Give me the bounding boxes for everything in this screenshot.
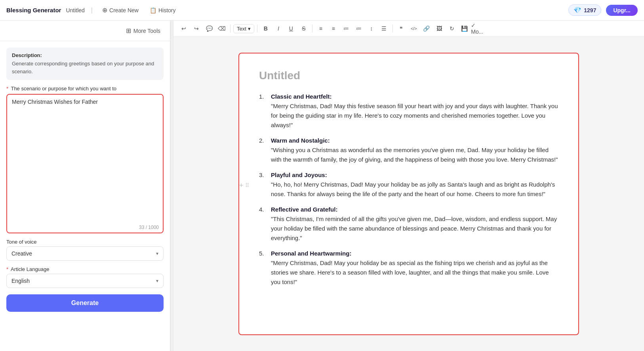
editor-canvas: Untitled 1.Classic and Heartfelt:"Merry … — [173, 37, 644, 351]
item-title: Personal and Heartwarming: — [271, 250, 558, 257]
app-title: Blessing Generator — [6, 7, 61, 13]
item-text: "Merry Christmas, Dad! May your holiday … — [271, 258, 558, 287]
list-item: 1.Classic and Heartfelt:"Merry Christmas… — [259, 93, 558, 130]
more-tools-button[interactable]: ⊞ More Tools — [123, 25, 164, 36]
sidebar-divider — [170, 21, 173, 351]
save-button[interactable]: 💾 — [459, 23, 470, 34]
document-container: Untitled 1.Classic and Heartfelt:"Merry … — [238, 53, 579, 335]
chevron-down-icon: ▾ — [156, 251, 158, 256]
editor-area: ↩ ↪ 💬 ⌫ Text ▾ B I U S ≡ ≡ ≔ ≔ ↕ ☰ ❝ </>… — [173, 21, 644, 351]
history-button[interactable]: 📋 History — [147, 6, 179, 15]
list-item: 5.Personal and Heartwarming:"Merry Chris… — [259, 250, 558, 287]
history-icon: 📋 — [150, 7, 156, 13]
redo-button[interactable]: ↪ — [191, 23, 202, 34]
ordered-list-button[interactable]: ≔ — [341, 23, 352, 34]
description-label: Description: — [12, 52, 158, 58]
gems-badge: 💎 1297 — [568, 4, 601, 16]
item-title: Reflective and Grateful: — [271, 206, 558, 213]
strikethrough-button[interactable]: S — [298, 23, 309, 34]
sidebar-tools-bar: ⊞ More Tools — [0, 21, 170, 41]
content-list: 1.Classic and Heartfelt:"Merry Christmas… — [259, 93, 558, 287]
required-star: * — [6, 86, 8, 92]
scenario-input[interactable]: Merry Christmas Wishes for Father — [7, 95, 163, 221]
text-format-select[interactable]: Text ▾ — [233, 24, 254, 33]
italic-button[interactable]: I — [273, 23, 284, 34]
grid-icon: ⊞ — [126, 27, 131, 34]
generate-btn-wrapper: Generate — [0, 294, 170, 318]
left-sidebar: ⊞ More Tools Description: Generate corre… — [0, 21, 170, 351]
upgrade-button[interactable]: Upgr... — [606, 5, 638, 16]
item-title: Playful and Joyous: — [271, 172, 558, 178]
item-number: 2. — [259, 137, 264, 144]
generate-button[interactable]: Generate — [6, 294, 164, 312]
main-layout: ⊞ More Tools Description: Generate corre… — [0, 21, 644, 351]
item-text: "Ho, ho, ho! Merry Christmas, Dad! May y… — [271, 180, 558, 199]
underline-button[interactable]: U — [286, 23, 297, 34]
tone-field: Tone of voice Creative ▾ — [6, 239, 164, 261]
item-number: 1. — [259, 93, 264, 100]
align-center-button[interactable]: ≡ — [328, 23, 339, 34]
code-button[interactable]: </> — [408, 23, 419, 34]
nav-divider: | — [91, 7, 93, 14]
editor-toolbar: ↩ ↪ 💬 ⌫ Text ▾ B I U S ≡ ≡ ≔ ≔ ↕ ☰ ❝ </>… — [173, 21, 644, 37]
toolbar-separator — [257, 25, 257, 32]
scenario-field: * The scenario or purpose for which you … — [6, 86, 164, 233]
add-block-icon[interactable]: + — [239, 181, 244, 189]
language-select[interactable]: English ▾ — [6, 274, 164, 288]
item-title: Classic and Heartfelt: — [271, 93, 558, 100]
gems-count: 1297 — [584, 7, 596, 13]
eraser-button[interactable]: ⌫ — [216, 23, 227, 34]
toolbar-separator — [392, 25, 393, 32]
comment-button[interactable]: 💬 — [204, 23, 215, 34]
scenario-label: * The scenario or purpose for which you … — [6, 86, 164, 92]
align-options-button[interactable]: ☰ — [379, 23, 390, 34]
document-title[interactable]: Untitled — [259, 69, 558, 82]
link-button[interactable]: 🔗 — [421, 23, 432, 34]
language-label: * Article Language — [6, 266, 164, 272]
required-star: * — [6, 266, 8, 272]
unordered-list-button[interactable]: ≔ — [353, 23, 364, 34]
list-item: 4.Reflective and Grateful:"This Christma… — [259, 206, 558, 243]
chevron-down-icon: ▾ — [156, 278, 158, 284]
language-field: * Article Language English ▾ — [6, 266, 164, 288]
chevron-down-icon: ▾ — [248, 26, 251, 32]
toolbar-separator — [312, 25, 312, 32]
create-new-button[interactable]: ⊕ Create New — [99, 5, 142, 15]
item-number: 5. — [259, 250, 264, 257]
sidebar-content: Description: Generate corresponding gree… — [0, 41, 170, 294]
tone-select[interactable]: Creative ▾ — [6, 246, 164, 261]
drag-handle-icon[interactable]: ⠿ — [245, 182, 249, 189]
item-text: "Wishing you a Christmas as wonderful as… — [271, 145, 558, 164]
item-number: 3. — [259, 172, 264, 178]
scenario-input-wrapper: Merry Christmas Wishes for Father 33 / 1… — [6, 94, 164, 233]
current-doc-tab[interactable]: Untitled — [66, 7, 84, 13]
item-number: 4. — [259, 206, 264, 213]
more-button[interactable]: ✓ Mo... — [472, 23, 483, 34]
refresh-button[interactable]: ↻ — [446, 23, 457, 34]
gem-icon: 💎 — [574, 6, 581, 14]
image-button[interactable]: 🖼 — [434, 23, 445, 34]
drag-controls: + ⠿ — [239, 181, 249, 189]
undo-button[interactable]: ↩ — [178, 23, 189, 34]
toolbar-separator — [230, 25, 231, 32]
tone-label: Tone of voice — [6, 239, 164, 245]
char-count: 33 / 1000 — [7, 223, 163, 233]
line-height-button[interactable]: ↕ — [366, 23, 377, 34]
description-box: Description: Generate corresponding gree… — [6, 48, 164, 80]
item-title: Warm and Nostalgic: — [271, 137, 558, 144]
align-left-button[interactable]: ≡ — [315, 23, 326, 34]
bold-button[interactable]: B — [260, 23, 271, 34]
list-item: 2.Warm and Nostalgic:"Wishing you a Chri… — [259, 137, 558, 164]
quote-button[interactable]: ❝ — [396, 23, 407, 34]
top-navigation: Blessing Generator Untitled | ⊕ Create N… — [0, 0, 644, 21]
list-item: 3.Playful and Joyous:"Ho, ho, ho! Merry … — [259, 172, 558, 199]
item-text: "Merry Christmas, Dad! May this festive … — [271, 101, 558, 130]
plus-icon: ⊕ — [102, 6, 107, 14]
description-text: Generate corresponding greetings based o… — [12, 60, 158, 75]
item-text: "This Christmas, I'm reminded of all the… — [271, 214, 558, 243]
language-value: English — [11, 278, 30, 284]
tone-value: Creative — [11, 250, 32, 257]
